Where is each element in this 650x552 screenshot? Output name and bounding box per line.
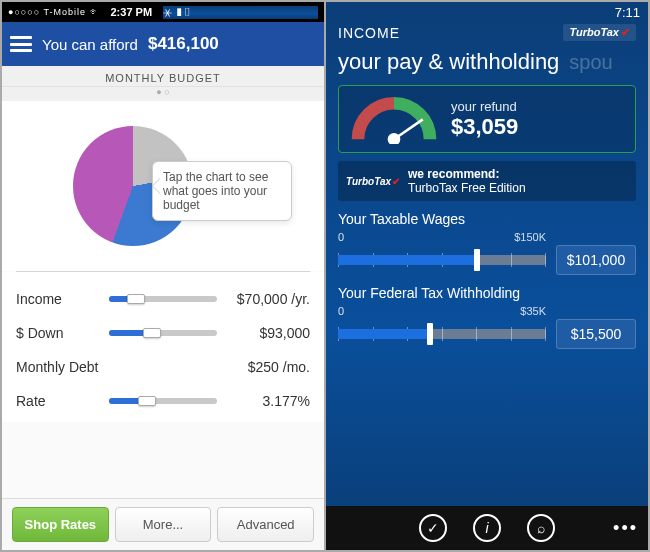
- slider-row-income: Income $70,000 /yr.: [16, 282, 310, 316]
- income-slider[interactable]: [109, 296, 217, 302]
- section-label: INCOME: [338, 25, 400, 41]
- recommendation-card[interactable]: TurboTax we recommend: TurboTax Free Edi…: [338, 161, 636, 201]
- turbotax-logo: TurboTax: [563, 24, 636, 41]
- slider-label: $ Down: [16, 325, 101, 341]
- slider-value: $250 /mo.: [225, 359, 310, 375]
- withholding-section: Your Federal Tax Withholding 0 $35K $15,…: [326, 275, 648, 349]
- app-header: You can afford $416,100: [2, 22, 324, 66]
- shop-rates-button[interactable]: Shop Rates: [12, 507, 109, 542]
- recommend-line2: TurboTax Free Edition: [408, 181, 526, 195]
- section-title: MONTHLY BUDGET: [2, 66, 324, 87]
- advanced-button[interactable]: Advanced: [217, 507, 314, 542]
- withholding-slider[interactable]: [338, 329, 546, 339]
- down-slider[interactable]: [109, 330, 217, 336]
- slider-label: Monthly Debt: [16, 359, 101, 375]
- turbotax-app-screen: 7:11 INCOME TurboTax your pay & withhold…: [325, 1, 649, 551]
- info-icon[interactable]: i: [473, 514, 501, 542]
- slider-value: $70,000 /yr.: [225, 291, 310, 307]
- slider-label: Rate: [16, 393, 101, 409]
- slider-value: $93,000: [225, 325, 310, 341]
- turbotax-small-logo: TurboTax: [346, 176, 400, 187]
- budget-pie-chart[interactable]: Tap the chart to see what goes into your…: [2, 101, 324, 271]
- refund-card: your refund $3,059: [338, 85, 636, 153]
- slider-row-down: $ Down $93,000: [16, 316, 310, 350]
- refund-label: your refund: [451, 99, 518, 114]
- signal-dots-icon: ●○○○○ T-Mobile ᯤ: [8, 7, 100, 17]
- more-button[interactable]: More...: [115, 507, 212, 542]
- slider-row-rate: Rate 3.177%: [16, 384, 310, 418]
- next-tab-peek: spou: [569, 51, 612, 74]
- wp-status-bar: 7:11: [326, 2, 648, 22]
- rate-slider[interactable]: [109, 398, 217, 404]
- withholding-value[interactable]: $15,500: [556, 319, 636, 349]
- check-icon[interactable]: ✓: [419, 514, 447, 542]
- refund-amount: $3,059: [451, 114, 518, 140]
- afford-amount: $416,100: [148, 34, 219, 54]
- sliders-panel: Income $70,000 /yr. $ Down $93,000 Month…: [2, 272, 324, 422]
- status-time: 2:37 PM: [110, 6, 152, 18]
- taxable-wages-section: Your Taxable Wages 0 $150K $101,000: [326, 201, 648, 275]
- svg-line-1: [394, 119, 423, 139]
- ios-status-bar: ●○○○○ T-Mobile ᯤ 2:37 PM ⚹ ▮▯: [2, 2, 324, 22]
- page-dots-icon: ● ○: [2, 87, 324, 101]
- wp-appbar: ✓ i ⌕ •••: [326, 506, 648, 550]
- search-icon[interactable]: ⌕: [527, 514, 555, 542]
- page-title[interactable]: your pay & withholding spou: [326, 43, 648, 85]
- afford-prefix: You can afford: [42, 36, 138, 53]
- slider-row-monthly-debt: Monthly Debt $250 /mo.: [16, 350, 310, 384]
- withholding-label: Your Federal Tax Withholding: [338, 285, 636, 301]
- chart-tooltip: Tap the chart to see what goes into your…: [152, 161, 292, 221]
- wages-label: Your Taxable Wages: [338, 211, 636, 227]
- gauge-icon: [349, 94, 439, 144]
- budget-app-screen: ●○○○○ T-Mobile ᯤ 2:37 PM ⚹ ▮▯ You can af…: [1, 1, 325, 551]
- slider-label: Income: [16, 291, 101, 307]
- wages-slider[interactable]: [338, 255, 546, 265]
- status-right: ⚹ ▮▯: [163, 6, 318, 19]
- more-icon[interactable]: •••: [613, 518, 638, 539]
- menu-icon[interactable]: [10, 36, 32, 52]
- status-time: 7:11: [615, 5, 640, 20]
- recommend-line1: we recommend:: [408, 167, 526, 181]
- bottom-toolbar: Shop Rates More... Advanced: [2, 498, 324, 550]
- wages-value[interactable]: $101,000: [556, 245, 636, 275]
- wp-header: INCOME TurboTax: [326, 22, 648, 43]
- slider-value: 3.177%: [225, 393, 310, 409]
